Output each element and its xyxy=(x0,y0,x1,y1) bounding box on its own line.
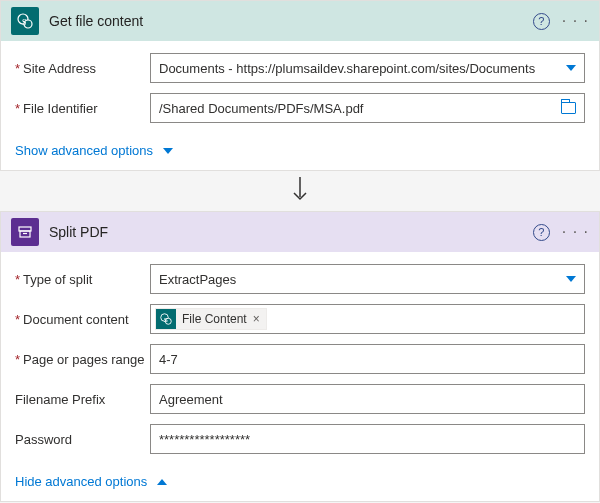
svg-rect-4 xyxy=(19,227,31,231)
password-input[interactable]: ****************** xyxy=(150,424,585,454)
svg-text:S: S xyxy=(164,317,168,323)
chevron-down-icon xyxy=(566,276,576,282)
action-card-get-file-content: S Get file content ? · · · *Site Address… xyxy=(0,0,600,171)
token-label: File Content xyxy=(182,312,247,326)
label-type-of-split: *Type of split xyxy=(15,272,150,287)
row-file-identifier: *File Identifier /Shared Documents/PDFs/… xyxy=(15,93,585,123)
file-identifier-input[interactable]: /Shared Documents/PDFs/MSA.pdf xyxy=(150,93,585,123)
folder-picker-icon[interactable] xyxy=(561,102,576,114)
type-of-split-value: ExtractPages xyxy=(159,272,560,287)
action-card-split-pdf: Split PDF ? · · · *Type of split Extract… xyxy=(0,211,600,502)
chevron-up-icon xyxy=(157,479,167,485)
row-site-address: *Site Address Documents - https://plumsa… xyxy=(15,53,585,83)
label-site-address: *Site Address xyxy=(15,61,150,76)
site-address-dropdown[interactable]: Documents - https://plumsaildev.sharepoi… xyxy=(150,53,585,83)
label-document-content: *Document content xyxy=(15,312,150,327)
card-body: *Site Address Documents - https://plumsa… xyxy=(1,41,599,139)
flow-connector xyxy=(0,171,600,211)
more-menu-icon[interactable]: · · · xyxy=(562,16,589,26)
row-page-range: *Page or pages range 4-7 xyxy=(15,344,585,374)
label-page-range: *Page or pages range xyxy=(15,352,150,367)
document-content-input[interactable]: S File Content × xyxy=(150,304,585,334)
svg-text:S: S xyxy=(22,18,26,27)
chevron-down-icon xyxy=(566,65,576,71)
row-type-of-split: *Type of split ExtractPages xyxy=(15,264,585,294)
filename-prefix-input[interactable]: Agreement xyxy=(150,384,585,414)
file-identifier-value: /Shared Documents/PDFs/MSA.pdf xyxy=(159,101,555,116)
label-file-identifier: *File Identifier xyxy=(15,101,150,116)
row-password: Password ****************** xyxy=(15,424,585,454)
help-icon[interactable]: ? xyxy=(533,224,550,241)
sharepoint-icon: S xyxy=(11,7,39,35)
show-advanced-options-link[interactable]: Show advanced options xyxy=(1,139,599,170)
card-title: Get file content xyxy=(49,13,533,29)
arrow-down-icon xyxy=(292,177,308,205)
password-value: ****************** xyxy=(159,432,576,447)
card-body: *Type of split ExtractPages *Document co… xyxy=(1,252,599,470)
token-remove-icon[interactable]: × xyxy=(253,312,260,326)
row-filename-prefix: Filename Prefix Agreement xyxy=(15,384,585,414)
card-header[interactable]: Split PDF ? · · · xyxy=(1,212,599,252)
label-password: Password xyxy=(15,432,150,447)
site-address-value: Documents - https://plumsaildev.sharepoi… xyxy=(159,61,560,76)
type-of-split-dropdown[interactable]: ExtractPages xyxy=(150,264,585,294)
card-header[interactable]: S Get file content ? · · · xyxy=(1,1,599,41)
page-range-value: 4-7 xyxy=(159,352,576,367)
more-menu-icon[interactable]: · · · xyxy=(562,227,589,237)
row-document-content: *Document content S File Content × xyxy=(15,304,585,334)
chevron-down-icon xyxy=(163,148,173,154)
hide-advanced-options-link[interactable]: Hide advanced options xyxy=(1,470,599,501)
page-range-input[interactable]: 4-7 xyxy=(150,344,585,374)
label-filename-prefix: Filename Prefix xyxy=(15,392,150,407)
help-icon[interactable]: ? xyxy=(533,13,550,30)
sharepoint-icon: S xyxy=(156,309,176,329)
card-title: Split PDF xyxy=(49,224,533,240)
filename-prefix-value: Agreement xyxy=(159,392,576,407)
archive-icon xyxy=(11,218,39,246)
dynamic-content-token[interactable]: S File Content × xyxy=(155,308,267,330)
